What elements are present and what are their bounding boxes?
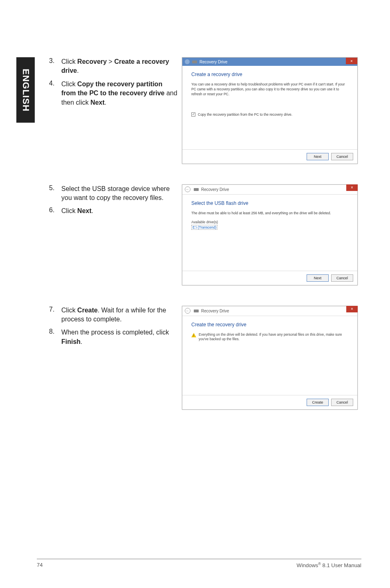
step-number: 3. [49, 57, 61, 76]
back-button[interactable]: ← [185, 186, 191, 192]
language-tab-text: ENGLISH [20, 69, 31, 112]
dialog-body-text: Everything on the drive will be deleted.… [199, 332, 348, 342]
step-3: 3. Click Recovery > Create a recovery dr… [49, 57, 178, 76]
usb-icon [192, 61, 197, 63]
cancel-button[interactable]: Cancel [331, 399, 353, 406]
recovery-dialog-select-usb: ← Recovery Drive × Select the USB flash … [182, 184, 358, 285]
dialog-title: Recovery Drive [201, 187, 229, 192]
copy-partition-checkbox[interactable]: ✓ [191, 112, 195, 117]
usb-icon [194, 188, 199, 191]
step-5: 5. Select the USB storage device where y… [49, 184, 178, 203]
step-number: 6. [49, 206, 61, 215]
manual-title: Windows® 8.1 User Manual [297, 562, 361, 568]
dialog-heading: Create the recovery drive [191, 322, 348, 328]
back-button[interactable]: ← [185, 308, 191, 314]
checkbox-label: Copy the recovery partition from the PC … [198, 112, 292, 117]
step-8: 8. When the process is completed, click … [49, 328, 178, 346]
dialog-heading: Select the USB flash drive [191, 200, 348, 206]
next-button[interactable]: Next [307, 153, 329, 160]
dialog-title: Recovery Drive [199, 60, 227, 64]
recovery-dialog-create-drive: Recovery Drive × Create a recovery drive… [182, 57, 358, 164]
dialog-titlebar: Recovery Drive × [182, 58, 357, 66]
dialog-body-text: You can use a recovery drive to help tro… [191, 82, 348, 97]
cancel-button[interactable]: Cancel [331, 153, 353, 160]
dialog-footer: Next Cancel [182, 149, 357, 164]
step-number: 7. [49, 306, 61, 324]
step-text: Click Copy the recovery partition from t… [61, 80, 178, 107]
dialog-titlebar: ← Recovery Drive × [182, 306, 357, 316]
drive-item-text: E:\ (Transcend) [191, 225, 217, 230]
warning-icon [191, 333, 196, 337]
dialog-heading: Create a recovery drive [191, 72, 348, 77]
cancel-button[interactable]: Cancel [331, 274, 353, 282]
page-number: 74 [37, 562, 43, 568]
step-number: 8. [49, 328, 61, 346]
dialog-titlebar: ← Recovery Drive × [182, 185, 357, 195]
create-button[interactable]: Create [307, 399, 329, 406]
step-number: 4. [49, 80, 61, 107]
language-tab: ENGLISH [16, 57, 35, 123]
drive-list-item[interactable]: E:\ (Transcend) [191, 225, 348, 230]
usb-icon [194, 310, 199, 312]
recovery-dialog-confirm-create: ← Recovery Drive × Create the recovery d… [182, 306, 358, 410]
close-button[interactable]: × [346, 306, 358, 312]
available-drives-label: Available drive(s) [191, 220, 348, 224]
step-number: 5. [49, 184, 61, 203]
back-icon[interactable] [185, 59, 190, 64]
dialog-footer: Next Cancel [182, 271, 357, 285]
step-text: Click Recovery > Create a recovery drive… [61, 57, 178, 76]
step-text: Click Next. [61, 206, 93, 215]
step-6: 6. Click Next. [49, 206, 178, 215]
step-4: 4. Click Copy the recovery partition fro… [49, 80, 178, 107]
dialog-footer: Create Cancel [182, 395, 357, 409]
page-footer: 74 Windows® 8.1 User Manual [37, 559, 361, 568]
step-text: Click Create. Wait for a while for the p… [61, 306, 178, 324]
step-text: Select the USB storage device where you … [61, 184, 178, 203]
step-7: 7. Click Create. Wait for a while for th… [49, 306, 178, 324]
dialog-title: Recovery Drive [201, 309, 229, 313]
dialog-body-text: The drive must be able to hold at least … [191, 211, 348, 216]
step-text: When the process is completed, click Fin… [61, 328, 178, 346]
close-button[interactable]: × [346, 58, 357, 64]
close-button[interactable]: × [346, 184, 358, 191]
next-button[interactable]: Next [307, 274, 329, 282]
